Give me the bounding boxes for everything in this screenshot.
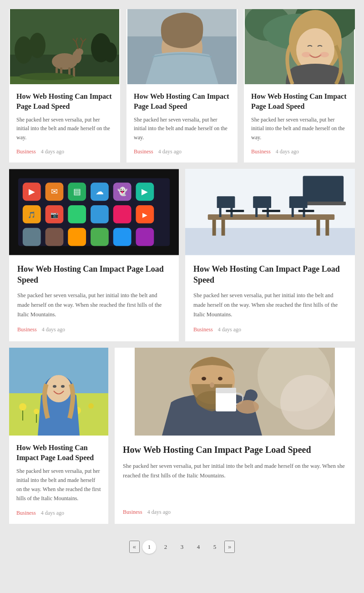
card-2-1-body: How Web Hosting Can Impact Page Load Spe… — [9, 255, 179, 341]
card-1-1: How Web Hosting Can Impact Page Load Spe… — [9, 9, 120, 162]
card-1-1-category[interactable]: Business — [16, 148, 36, 155]
svg-rect-47 — [113, 205, 131, 223]
card-2-1-title[interactable]: How Web Hosting Can Impact Page Load Spe… — [17, 264, 171, 286]
svg-rect-70 — [212, 220, 216, 236]
svg-rect-112 — [216, 388, 236, 393]
svg-rect-79 — [267, 208, 269, 217]
card-2-2-title[interactable]: How Web Hosting Can Impact Page Load Spe… — [193, 264, 347, 286]
card-3-left-category[interactable]: Business — [16, 510, 36, 516]
svg-point-113 — [236, 400, 259, 414]
svg-text:🎵: 🎵 — [28, 211, 36, 219]
svg-text:👻: 👻 — [117, 187, 128, 197]
card-2-2: How Web Hosting Can Impact Page Load Spe… — [185, 169, 355, 341]
row-3: How Web Hosting Can Impact Page Load Spe… — [9, 348, 355, 523]
svg-rect-83 — [217, 196, 235, 206]
svg-rect-51 — [68, 228, 86, 246]
svg-point-34 — [320, 52, 329, 57]
pagination: « 1 2 3 4 5 » — [9, 533, 355, 565]
card-1-1-body: How Web Hosting Can Impact Page Load Spe… — [9, 84, 120, 162]
svg-rect-67 — [303, 176, 344, 203]
card-1-2: How Web Hosting Can Impact Page Load Spe… — [126, 9, 238, 162]
card-3-left-title[interactable]: How Web Hosting Can Impact Page Load Spe… — [16, 443, 101, 462]
row-2: ▶ ✉ ▤ ☁ 👻 ▶ 🎵 📷 ▶ How Web Hosting Can Im… — [9, 169, 355, 341]
svg-rect-76 — [230, 208, 233, 217]
svg-point-101 — [61, 385, 65, 388]
svg-point-110 — [210, 382, 214, 388]
card-1-3-date: 4 days ago — [276, 148, 299, 155]
page-2-button[interactable]: 2 — [159, 540, 172, 554]
svg-text:✉: ✉ — [51, 187, 58, 196]
card-2-2-excerpt: She packed her seven versalia, put her i… — [193, 291, 347, 319]
card-2-1-excerpt: She packed her seven versalia, put her i… — [17, 291, 171, 319]
card-1-2-title[interactable]: How Web Hosting Can Impact Page Load Spe… — [134, 91, 230, 111]
svg-rect-45 — [68, 205, 86, 223]
card-2-2-date: 4 days ago — [218, 326, 241, 333]
svg-point-109 — [218, 377, 222, 380]
svg-rect-69 — [208, 214, 335, 220]
svg-text:▶: ▶ — [29, 187, 35, 196]
svg-rect-87 — [262, 210, 280, 212]
svg-point-99 — [46, 375, 71, 402]
card-1-2-meta: Business 4 days ago — [134, 148, 230, 155]
card-2-1-category[interactable]: Business — [17, 326, 37, 333]
svg-rect-65 — [185, 228, 355, 255]
page-1-button[interactable]: 1 — [142, 540, 156, 554]
card-1-2-date: 4 days ago — [158, 148, 182, 155]
card-1-2-category[interactable]: Business — [134, 148, 153, 155]
card-1-2-body: How Web Hosting Can Impact Page Load Spe… — [126, 84, 238, 162]
svg-rect-86 — [226, 210, 244, 212]
page-4-button[interactable]: 4 — [192, 540, 205, 554]
svg-rect-71 — [222, 220, 225, 236]
card-3-left-meta: Business 4 days ago — [16, 510, 101, 517]
svg-rect-53 — [113, 228, 131, 246]
card-3-left-date: 4 days ago — [41, 510, 64, 516]
card-3-right-category[interactable]: Business — [123, 509, 142, 515]
card-3-right-meta: Business 4 days ago — [123, 509, 347, 516]
card-2-1-date: 4 days ago — [42, 326, 65, 333]
svg-rect-81 — [292, 208, 294, 217]
svg-text:▤: ▤ — [73, 187, 81, 196]
card-1-3-meta: Business 4 days ago — [251, 148, 348, 155]
card-3-left-excerpt: She packed her seven versalia, put her i… — [16, 467, 101, 503]
svg-rect-88 — [298, 210, 314, 212]
card-2-2-body: How Web Hosting Can Impact Page Load Spe… — [185, 255, 355, 341]
card-1-3: How Web Hosting Can Impact Page Load Spe… — [244, 9, 355, 162]
page-3-button[interactable]: 3 — [175, 540, 189, 554]
card-3-right-title[interactable]: How Web Hosting Can Impact Page Load Spe… — [123, 444, 347, 456]
svg-text:☁: ☁ — [96, 187, 104, 196]
svg-point-104 — [280, 375, 335, 430]
card-3-right-excerpt: She packed her seven versalia, put her i… — [123, 461, 347, 501]
card-1-1-meta: Business 4 days ago — [16, 148, 113, 155]
svg-rect-82 — [303, 208, 305, 217]
card-2-2-category[interactable]: Business — [193, 326, 213, 333]
svg-point-33 — [302, 52, 311, 57]
svg-point-20 — [19, 73, 74, 80]
page-5-button[interactable]: 5 — [208, 540, 222, 554]
svg-rect-46 — [91, 205, 109, 223]
svg-point-108 — [202, 377, 206, 380]
card-1-3-category[interactable]: Business — [251, 148, 271, 155]
card-1-1-date: 4 days ago — [41, 148, 64, 155]
svg-point-95 — [88, 403, 94, 409]
card-3-right-body: How Web Hosting Can Impact Page Load Spe… — [115, 436, 355, 523]
row-1: How Web Hosting Can Impact Page Load Spe… — [9, 9, 355, 162]
page-wrapper: How Web Hosting Can Impact Page Load Spe… — [0, 0, 364, 574]
svg-point-12 — [75, 48, 83, 56]
svg-text:▶: ▶ — [142, 187, 148, 196]
card-2-1: ▶ ✉ ▤ ☁ 👻 ▶ 🎵 📷 ▶ How Web Hosting Can Im… — [9, 169, 179, 341]
card-3-left-body: How Web Hosting Can Impact Page Load Spe… — [9, 436, 108, 523]
prev-page-button[interactable]: « — [129, 541, 140, 553]
card-2-1-meta: Business 4 days ago — [17, 326, 171, 333]
svg-rect-75 — [219, 208, 222, 217]
svg-point-3 — [29, 33, 46, 58]
next-page-button[interactable]: » — [224, 541, 235, 553]
svg-rect-52 — [91, 228, 109, 246]
svg-rect-85 — [289, 196, 308, 206]
card-1-3-body: How Web Hosting Can Impact Page Load Spe… — [244, 84, 355, 162]
card-1-3-excerpt: She packed her seven versalia, put her i… — [251, 116, 348, 142]
card-1-1-title[interactable]: How Web Hosting Can Impact Page Load Spe… — [16, 91, 113, 111]
svg-rect-78 — [255, 208, 258, 217]
card-2-2-meta: Business 4 days ago — [193, 326, 347, 333]
card-1-3-title[interactable]: How Web Hosting Can Impact Page Load Spe… — [251, 91, 348, 111]
svg-point-92 — [34, 409, 39, 414]
